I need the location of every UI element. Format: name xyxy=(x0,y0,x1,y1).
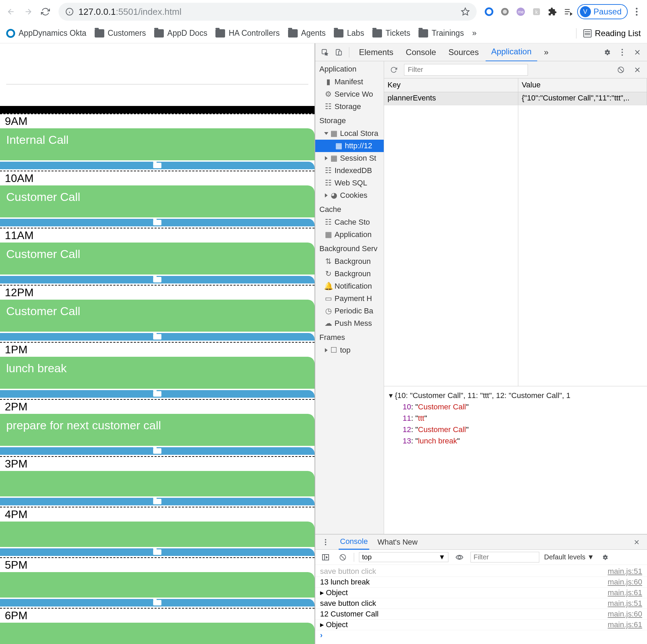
sidebar-item-notifications[interactable]: 🔔Notification xyxy=(315,280,384,292)
tab-elements[interactable]: Elements xyxy=(353,43,399,61)
devtools-close-icon[interactable] xyxy=(631,46,644,58)
console-log-row[interactable]: save button clickmain.js:51 xyxy=(315,598,647,609)
console-menu-icon[interactable] xyxy=(319,536,332,548)
device-toggle-icon[interactable] xyxy=(332,46,345,58)
console-tab[interactable]: Console xyxy=(339,534,369,550)
storage-filter-input[interactable] xyxy=(404,64,528,76)
tab-console[interactable]: Console xyxy=(400,43,442,61)
clear-icon[interactable] xyxy=(615,64,627,76)
event-text[interactable]: Internal Call xyxy=(0,128,315,160)
event-text[interactable]: Customer Call xyxy=(0,300,315,332)
sidebar-item-storage[interactable]: ☷Storage xyxy=(315,100,384,113)
inspect-element-icon[interactable] xyxy=(319,46,331,58)
delete-icon[interactable] xyxy=(631,64,644,76)
console-prompt[interactable]: › xyxy=(315,630,647,641)
bookmark-customers[interactable]: Customers xyxy=(95,29,146,38)
extension-icon-2[interactable] xyxy=(498,5,512,19)
save-handle[interactable] xyxy=(0,447,315,455)
bookmark-ha-controllers[interactable]: HA Controllers xyxy=(215,29,279,38)
console-context-select[interactable]: top▼ xyxy=(359,552,448,562)
reading-list[interactable]: Reading List xyxy=(576,28,641,39)
address-bar[interactable]: 127.0.0.1:5501/index.html xyxy=(59,3,477,21)
live-expression-icon[interactable] xyxy=(453,551,466,564)
media-icon[interactable] xyxy=(561,5,575,19)
whats-new-tab[interactable]: What's New xyxy=(376,535,419,549)
save-handle[interactable] xyxy=(0,390,315,398)
tab-sources[interactable]: Sources xyxy=(443,43,484,61)
save-handle[interactable] xyxy=(0,548,315,556)
site-info-icon[interactable] xyxy=(65,8,74,16)
profile-paused-pill[interactable]: V Paused xyxy=(577,4,628,19)
bookmark-trainings[interactable]: Trainings xyxy=(418,29,464,38)
extension-icon-3[interactable]: me xyxy=(514,5,528,19)
forward-button[interactable] xyxy=(21,4,36,19)
tab-application[interactable]: Application xyxy=(486,43,537,62)
log-source-link[interactable]: main.js:51 xyxy=(608,567,642,576)
console-log-row[interactable]: save button clickmain.js:51 xyxy=(315,566,647,577)
sidebar-item-manifest[interactable]: ▮Manifest xyxy=(315,76,384,88)
settings-icon[interactable] xyxy=(601,46,613,58)
bookmark-appd-docs[interactable]: AppD Docs xyxy=(154,29,207,38)
sidebar-item-frames-top[interactable]: ☐top xyxy=(315,344,384,356)
console-settings-icon[interactable] xyxy=(599,551,611,564)
log-source-link[interactable]: main.js:61 xyxy=(608,620,642,629)
log-source-link[interactable]: main.js:61 xyxy=(608,588,642,597)
sidebar-item-periodic[interactable]: ◷Periodic Ba xyxy=(315,305,384,317)
refresh-icon[interactable] xyxy=(388,64,400,76)
console-log-row[interactable]: 13 lunch breakmain.js:60 xyxy=(315,577,647,588)
sidebar-item-websql[interactable]: ☷Web SQL xyxy=(315,177,384,189)
console-sidebar-toggle-icon[interactable] xyxy=(319,551,332,564)
console-log-row[interactable]: ▸ Objectmain.js:61 xyxy=(315,620,647,630)
sidebar-item-cookies[interactable]: ◕Cookies xyxy=(315,189,384,202)
log-source-link[interactable]: main.js:60 xyxy=(608,578,642,587)
bookmark-labs[interactable]: Labs xyxy=(334,29,364,38)
console-close-icon[interactable] xyxy=(630,536,643,548)
sidebar-item-push[interactable]: ☁Push Mess xyxy=(315,317,384,330)
log-source-link[interactable]: main.js:51 xyxy=(608,599,642,608)
event-text[interactable] xyxy=(0,522,315,547)
back-button[interactable] xyxy=(3,4,19,19)
bookmark-agents[interactable]: Agents xyxy=(288,29,326,38)
devtools-menu-icon[interactable] xyxy=(616,46,628,58)
extensions-icon[interactable] xyxy=(545,5,559,19)
event-text[interactable] xyxy=(0,572,315,598)
save-handle[interactable] xyxy=(0,333,315,341)
save-handle[interactable] xyxy=(0,599,315,607)
chrome-menu-icon[interactable] xyxy=(630,5,644,19)
sidebar-item-cache-storage[interactable]: ☷Cache Sto xyxy=(315,216,384,228)
sidebar-item-bg-fetch[interactable]: ⇅Backgroun xyxy=(315,255,384,268)
log-levels-select[interactable]: Default levels ▼ xyxy=(544,553,594,561)
console-log-row[interactable]: 12 Customer Callmain.js:60 xyxy=(315,609,647,620)
event-text[interactable]: prepare for next customer call xyxy=(0,414,315,446)
log-source-link[interactable]: main.js:60 xyxy=(608,610,642,619)
event-text[interactable] xyxy=(0,471,315,496)
bookmark-appdynamics-okta[interactable]: AppDynamics Okta xyxy=(6,29,86,38)
sidebar-item-indexeddb[interactable]: ☷IndexedDB xyxy=(315,164,384,177)
sidebar-item-session-storage[interactable]: ▦Session St xyxy=(315,152,384,164)
save-handle[interactable] xyxy=(0,219,315,226)
sidebar-item-bg-sync[interactable]: ↻Backgroun xyxy=(315,268,384,280)
save-handle[interactable] xyxy=(0,276,315,283)
event-text[interactable]: Customer Call xyxy=(0,185,315,217)
extension-icon-4[interactable]: k xyxy=(530,5,543,19)
clear-console-icon[interactable] xyxy=(337,551,349,564)
console-filter-input[interactable] xyxy=(470,552,539,562)
sidebar-item-application-cache[interactable]: ▦Application xyxy=(315,228,384,241)
column-header-key[interactable]: Key xyxy=(384,78,518,92)
extension-icon-1[interactable] xyxy=(482,5,496,19)
column-header-value[interactable]: Value xyxy=(518,78,647,92)
console-log-row[interactable]: ▸ Objectmain.js:61 xyxy=(315,588,647,598)
bookmark-star-icon[interactable] xyxy=(461,7,470,16)
bookmarks-overflow[interactable]: » xyxy=(472,29,477,38)
tabs-overflow[interactable]: » xyxy=(539,43,554,61)
sidebar-item-payment[interactable]: ▭Payment H xyxy=(315,292,384,305)
event-text[interactable]: Customer Call xyxy=(0,243,315,275)
save-handle[interactable] xyxy=(0,162,315,169)
bookmark-tickets[interactable]: Tickets xyxy=(372,29,410,38)
reload-button[interactable] xyxy=(38,4,53,19)
sidebar-item-service-workers[interactable]: ⚙Service Wo xyxy=(315,88,384,100)
event-text[interactable]: lunch break xyxy=(0,357,315,389)
save-handle[interactable] xyxy=(0,498,315,505)
sidebar-item-local-storage[interactable]: ▦Local Stora xyxy=(315,127,384,140)
storage-row[interactable]: plannerEvents {"10":"Customer Call","11"… xyxy=(384,92,647,105)
